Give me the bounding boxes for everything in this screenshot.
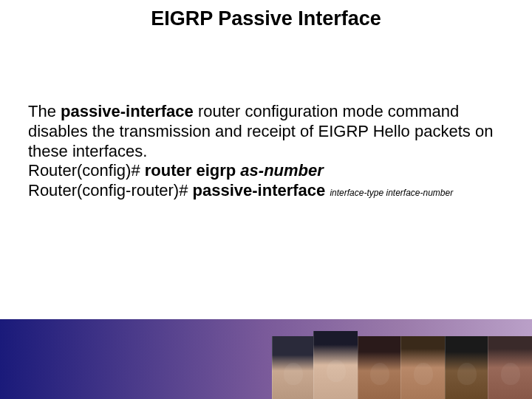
text-fragment: The <box>28 102 61 120</box>
command-arg: as-number <box>240 161 323 180</box>
command-text: router eigrp <box>145 161 241 180</box>
slide-title: EIGRP Passive Interface <box>0 0 532 30</box>
prompt-text: Router(config-router)# <box>28 181 193 200</box>
paragraph-1: The passive-interface router configurati… <box>28 102 504 161</box>
decorative-face <box>400 336 445 399</box>
command-name: passive-interface <box>61 102 194 120</box>
decorative-face <box>488 336 532 399</box>
slide: EIGRP Passive Interface The passive-inte… <box>0 0 532 399</box>
prompt-text: Router(config)# <box>28 161 145 180</box>
footer-band <box>0 319 532 399</box>
decorative-face <box>313 331 358 399</box>
slide-body: The passive-interface router configurati… <box>28 102 504 201</box>
paragraph-3: Router(config-router)# passive-interface… <box>28 181 504 201</box>
decorative-face <box>272 336 313 399</box>
command-text: passive-interface <box>193 181 330 200</box>
decorative-face <box>358 336 400 399</box>
footer-image-strip <box>259 332 532 399</box>
paragraph-2: Router(config)# router eigrp as-number <box>28 161 504 181</box>
command-arg-small: interface-type interface-number <box>330 188 453 198</box>
decorative-face <box>445 336 488 399</box>
